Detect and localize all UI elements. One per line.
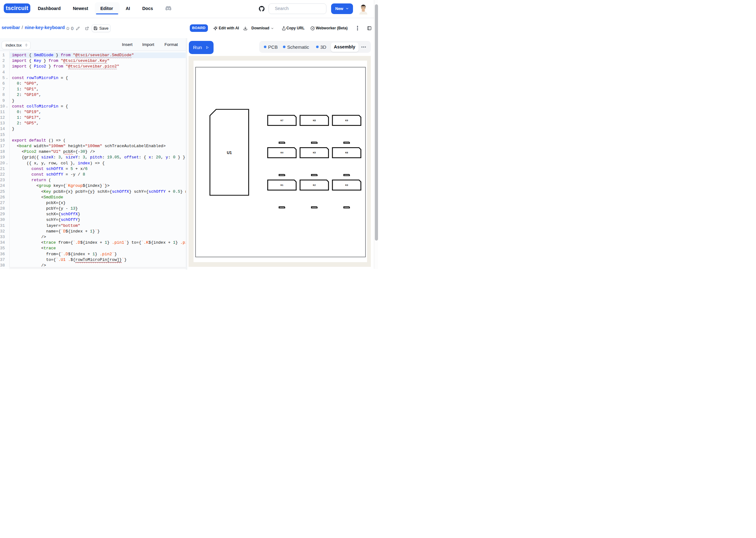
svg-text:K1: K1 xyxy=(280,184,283,186)
svg-text:K7: K7 xyxy=(280,119,283,122)
svg-text:K3: K3 xyxy=(345,184,348,186)
svg-text:K6: K6 xyxy=(345,151,348,154)
svg-text:K4: K4 xyxy=(280,151,283,154)
svg-text:U1: U1 xyxy=(227,151,232,155)
svg-text:K9: K9 xyxy=(345,119,348,122)
svg-text:K8: K8 xyxy=(313,119,316,122)
svg-text:K2: K2 xyxy=(313,184,316,186)
svg-text:K5: K5 xyxy=(313,151,316,154)
